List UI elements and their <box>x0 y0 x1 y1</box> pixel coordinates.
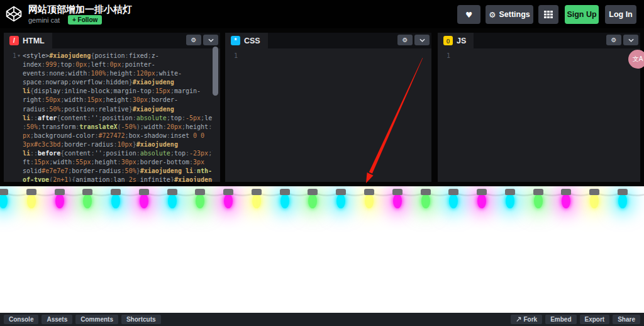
bulb-cap <box>223 189 233 195</box>
heart-icon: ♥ <box>465 10 472 20</box>
settings-button[interactable]: ⚙ Settings <box>486 5 533 24</box>
fork-label: Fork <box>524 316 538 323</box>
sign-up-button[interactable]: Sign Up <box>565 5 599 24</box>
embed-button[interactable]: Embed <box>545 315 576 324</box>
pen-author[interactable]: gemini cat <box>28 16 60 24</box>
html-tab-label: HTML <box>23 37 45 45</box>
bulb-cap <box>167 189 177 195</box>
css-tab-label: CSS <box>244 37 260 45</box>
bulb-cap <box>280 189 290 195</box>
js-collapse-button[interactable] <box>623 35 638 45</box>
bulb-cap <box>26 189 36 195</box>
html-editor-panel: / HTML ⚙ 1 ▾ <style>#xiaojudeng{position… <box>4 33 220 182</box>
light-bulb-cyan <box>168 194 177 208</box>
fork-button[interactable]: Fork <box>511 315 543 324</box>
comments-button[interactable]: Comments <box>75 315 118 324</box>
html-code-area[interactable]: <style>#xiaojudeng{position:fixed;z-inde… <box>23 52 213 182</box>
pen-title: 网站顶部增加一排小桔灯 <box>28 4 132 16</box>
css-line-number: 1 <box>225 52 238 60</box>
top-bar: 网站顶部增加一排小桔灯 gemini cat + Follow ♥ ⚙ Sett… <box>0 0 644 28</box>
bulb-cap <box>55 189 65 195</box>
gear-icon: ⚙ <box>402 37 408 43</box>
light-bulb-magenta <box>55 194 64 208</box>
bulb-cap <box>477 189 487 195</box>
bulb-cap <box>448 189 458 195</box>
html-collapse-button[interactable] <box>203 35 218 45</box>
light-bulb-cyan <box>618 194 627 208</box>
js-panel-header: () JS ⚙ <box>438 33 640 48</box>
light-bulb-cyan <box>111 194 120 208</box>
gear-icon: ⚙ <box>611 37 617 43</box>
css-panel-header: * CSS ⚙ <box>225 33 431 48</box>
js-tab-label: JS <box>457 37 466 45</box>
bulb-cap <box>505 189 515 195</box>
log-in-button[interactable]: Log In <box>605 5 636 24</box>
js-settings-button[interactable]: ⚙ <box>606 35 621 45</box>
fold-caret-icon: ▾ <box>18 52 20 60</box>
light-bulb-magenta <box>477 194 486 208</box>
change-view-button[interactable] <box>538 5 558 24</box>
chevron-down-icon <box>208 38 214 42</box>
bulb-cap <box>139 189 149 195</box>
bulb-cap <box>82 189 92 195</box>
bulb-cap <box>392 189 402 195</box>
lights-wire <box>0 186 644 224</box>
tab-css[interactable]: * CSS <box>225 33 268 48</box>
shortcuts-button[interactable]: Shortcuts <box>121 315 161 324</box>
js-processor-icon: () <box>443 36 453 45</box>
bulb-cap <box>364 189 374 195</box>
assets-button[interactable]: Assets <box>42 315 72 324</box>
html-panel-header: / HTML ⚙ <box>4 33 220 48</box>
result-preview <box>0 186 644 313</box>
light-bulb-yellow <box>252 194 261 208</box>
bulb-cap <box>561 189 571 195</box>
fork-icon <box>516 317 521 322</box>
codepen-editor-page: 网站顶部增加一排小桔灯 gemini cat + Follow ♥ ⚙ Sett… <box>0 0 644 326</box>
light-bulb-cyan <box>506 194 514 208</box>
css-settings-button[interactable]: ⚙ <box>397 35 413 45</box>
layout-grid-icon <box>544 11 553 18</box>
css-processor-icon: * <box>231 36 240 45</box>
chevron-down-icon <box>628 38 634 42</box>
status-bar: Console Assets Comments Shortcuts Fork E… <box>0 313 644 326</box>
light-bulb-cyan <box>280 194 289 208</box>
status-bar-right: Fork Embed Export Share <box>511 315 640 324</box>
bulb-cap <box>195 189 205 195</box>
css-collapse-button[interactable] <box>414 35 430 45</box>
bulb-cap <box>533 189 543 195</box>
html-editor-scrollbar[interactable] <box>213 47 218 96</box>
bulb-cap <box>618 189 628 195</box>
bulb-cap <box>111 189 121 195</box>
css-code-area[interactable] <box>244 52 424 182</box>
bulb-cap <box>0 189 8 195</box>
export-button[interactable]: Export <box>580 315 610 324</box>
tab-js[interactable]: () JS <box>438 33 474 48</box>
bulb-cap <box>421 189 431 195</box>
share-button[interactable]: Share <box>613 315 640 324</box>
bulb-cap <box>308 189 318 195</box>
light-bulb-yellow <box>27 194 36 208</box>
console-button[interactable]: Console <box>4 315 38 324</box>
css-editor-panel: * CSS ⚙ 1 <box>225 33 431 182</box>
bulb-cap <box>589 189 599 195</box>
love-button[interactable]: ♥ <box>457 5 480 24</box>
chevron-down-icon <box>419 38 425 42</box>
html-processor-icon: / <box>9 36 19 45</box>
js-line-number: 1 <box>438 52 450 60</box>
light-bulb-magenta <box>393 194 402 208</box>
light-bulb-green <box>421 194 430 208</box>
html-line-number: 1 <box>4 52 16 60</box>
bulb-cap <box>336 189 346 195</box>
gear-icon: ⚙ <box>191 37 197 43</box>
html-settings-button[interactable]: ⚙ <box>186 35 201 45</box>
light-bulb-yellow <box>365 194 374 208</box>
codepen-logo-icon[interactable] <box>5 5 23 23</box>
js-code-area[interactable] <box>457 52 633 182</box>
translate-icon: 文A <box>633 55 643 64</box>
light-bulb-magenta <box>140 194 148 208</box>
light-bulb-green <box>534 194 543 208</box>
follow-button[interactable]: + Follow <box>68 15 102 25</box>
tab-html[interactable]: / HTML <box>4 33 52 48</box>
settings-label: Settings <box>499 10 530 19</box>
translate-extension-badge[interactable]: 文A <box>628 50 644 69</box>
